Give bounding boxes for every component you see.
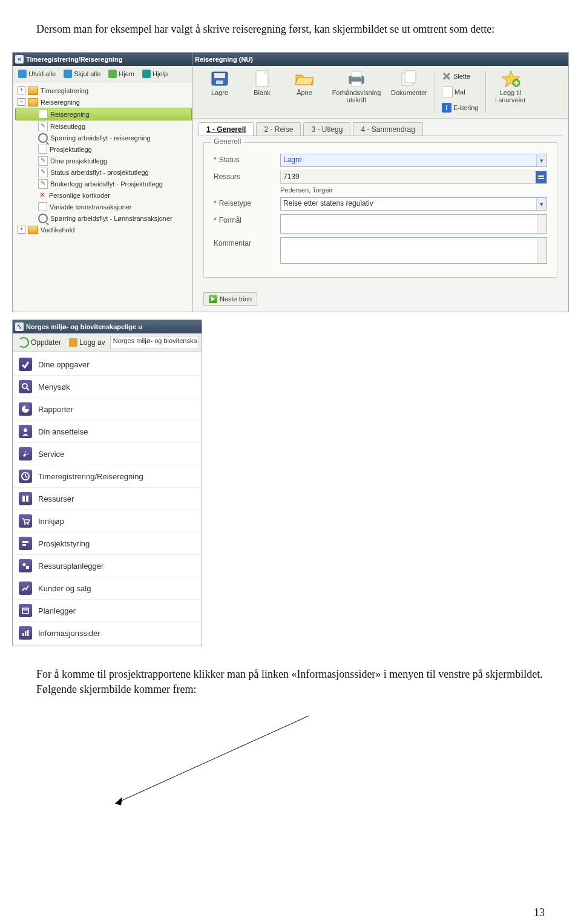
blank-button[interactable]: Blank bbox=[241, 70, 283, 103]
menu-item-prosjektstyring[interactable]: Prosjektstyring bbox=[13, 532, 202, 555]
annotation-arrow bbox=[109, 710, 315, 831]
tree-folder-vedlikehold[interactable]: + Vedlikehold bbox=[15, 224, 192, 235]
nav-collapse-icon[interactable]: « bbox=[15, 55, 24, 64]
menu-item-menysok[interactable]: Menysøk bbox=[13, 376, 202, 398]
svg-rect-31 bbox=[22, 544, 26, 546]
main-menu: Dine oppgaver Menysøk Rapporter Din anse… bbox=[13, 352, 202, 646]
menu-item-ressurser[interactable]: Ressurser bbox=[13, 488, 202, 510]
resource-field[interactable]: 7139 bbox=[280, 171, 547, 184]
nav-tree: + Timeregistrering − Reiseregning Reiser… bbox=[13, 82, 192, 240]
lookup-icon[interactable] bbox=[536, 171, 547, 183]
status-select[interactable]: Lagre ▾ bbox=[280, 154, 547, 167]
menu-label: Ressurser bbox=[38, 494, 74, 503]
save-button[interactable]: Lagre bbox=[199, 70, 241, 103]
toolbar-label: Legg til i snarveier bbox=[495, 89, 526, 103]
tree-folder-timeregistrering[interactable]: + Timeregistrering bbox=[15, 85, 192, 96]
status-value: Lagre bbox=[280, 154, 547, 167]
fieldset-legend: Generell bbox=[211, 137, 243, 146]
refresh-button[interactable]: Oppdater bbox=[15, 335, 64, 350]
menu-label: Planlegger bbox=[38, 606, 76, 615]
delete-button[interactable]: Slette bbox=[439, 70, 482, 83]
tree-item-sporring-reiseregning[interactable]: Spørring arbeidsflyt - reiseregning bbox=[15, 132, 192, 143]
delete-icon bbox=[442, 71, 451, 81]
menu-item-informasjonssider[interactable]: Informasjonssider bbox=[13, 622, 202, 644]
menu-collapse-icon[interactable]: ⤡ bbox=[15, 323, 24, 331]
expand-icon[interactable]: + bbox=[18, 226, 25, 234]
help-icon bbox=[142, 70, 151, 78]
resource-value: 7139 bbox=[280, 171, 547, 184]
menu-item-rapporter[interactable]: Rapporter bbox=[13, 398, 202, 421]
toolbar-label: Dokumenter bbox=[391, 89, 427, 103]
printer-icon bbox=[346, 70, 367, 88]
toolbar-label: Slette bbox=[453, 73, 470, 80]
formal-input[interactable] bbox=[280, 214, 547, 234]
collapse-all-button[interactable]: Skjul alle bbox=[61, 68, 103, 80]
menu-item-kunder-og-salg[interactable]: Kunder og salg bbox=[13, 577, 202, 600]
menu-item-dine-oppgaver[interactable]: Dine oppgaver bbox=[13, 353, 202, 376]
tree-label: Personlige kortkoder bbox=[49, 192, 110, 199]
tree-item-dine-prosjektutlegg[interactable]: Dine prosjektutlegg bbox=[15, 155, 192, 166]
menu-item-innkjop[interactable]: Innkjøp bbox=[13, 510, 202, 532]
tree-folder-reiseregning[interactable]: − Reiseregning bbox=[15, 96, 192, 108]
add-shortcut-button[interactable]: Legg til i snarveier bbox=[490, 70, 532, 103]
tree-item-reiseutlegg[interactable]: Reiseutlegg bbox=[15, 120, 192, 132]
star-add-icon bbox=[500, 70, 522, 88]
tree-item-variable-lonn[interactable]: Variable lønnstransaksjoner bbox=[15, 201, 192, 212]
svg-rect-36 bbox=[22, 633, 24, 636]
template-button[interactable]: Mal bbox=[439, 85, 482, 99]
print-preview-button[interactable]: Forhåndsvisning utskrift bbox=[326, 70, 387, 103]
menu-item-planlegger[interactable]: Planlegger bbox=[13, 600, 202, 622]
expand-all-button[interactable]: Utvid alle bbox=[15, 68, 59, 80]
plus-icon bbox=[18, 70, 27, 78]
tree-item-brukerlogg[interactable]: Brukerlogg arbeidsflyt - Prosjektutlegg bbox=[15, 178, 192, 189]
menu-titlebar: ⤡ Norges miljø- og biovitenskapelige u bbox=[13, 320, 202, 333]
next-step-button[interactable]: Neste trinn bbox=[203, 292, 257, 306]
tree-item-status-arbeidsflyt[interactable]: Status arbeidsflyt - prosjektutlegg bbox=[15, 166, 192, 178]
tab-generell[interactable]: 1 - Generell bbox=[199, 122, 254, 136]
help-button[interactable]: Hjelp bbox=[139, 68, 171, 80]
documents-button[interactable]: Dokumenter bbox=[387, 70, 431, 103]
home-icon bbox=[108, 70, 117, 78]
svg-rect-2 bbox=[216, 80, 223, 84]
menu-label: Service bbox=[38, 450, 64, 459]
form-icon bbox=[38, 202, 47, 211]
tab-utlegg[interactable]: 3 - Utlegg bbox=[303, 122, 350, 136]
scrollbar[interactable] bbox=[537, 215, 547, 233]
org-field[interactable]: Norges miljø- og biovitenska bbox=[110, 336, 199, 349]
toolbar-separator bbox=[485, 71, 486, 113]
tree-label: Vedlikehold bbox=[41, 226, 74, 234]
resource-name: Pedersen, Torgeir bbox=[280, 185, 547, 194]
person-icon bbox=[19, 425, 32, 438]
tree-item-sporring-lonn[interactable]: Spørring arbeidsflyt - Lønnstransaksjone… bbox=[15, 212, 192, 224]
form-icon bbox=[39, 110, 48, 119]
menu-item-service[interactable]: Service bbox=[13, 443, 202, 465]
chevron-down-icon[interactable]: ▾ bbox=[536, 198, 547, 210]
menu-label: Informasjonssider bbox=[38, 629, 100, 638]
tree-item-kortkoder[interactable]: Personlige kortkoder bbox=[15, 189, 192, 201]
scrollbar[interactable] bbox=[537, 238, 547, 263]
documents-icon bbox=[398, 70, 420, 88]
tree-label: Reiseregning bbox=[41, 99, 80, 106]
tab-reise[interactable]: 2 - Reise bbox=[256, 122, 301, 136]
expand-icon[interactable]: + bbox=[18, 87, 25, 94]
tree-label: Dine prosjektutlegg bbox=[50, 157, 107, 165]
svg-rect-27 bbox=[26, 496, 28, 502]
open-button[interactable]: Åpne bbox=[283, 70, 326, 103]
elearning-button[interactable]: i E-læring bbox=[439, 101, 482, 114]
menu-item-ressursplanlegger[interactable]: Ressursplanlegger bbox=[13, 555, 202, 577]
collapse-icon[interactable]: − bbox=[18, 98, 25, 106]
menu-item-timeregistrering[interactable]: Timeregistrering/Reiseregning bbox=[13, 465, 202, 488]
tree-label: Reiseutlegg bbox=[50, 123, 85, 130]
tree-item-prosjektutlegg[interactable]: Prosjektutlegg bbox=[15, 143, 192, 155]
kommentar-input[interactable] bbox=[280, 237, 547, 264]
home-button[interactable]: Hjem bbox=[105, 68, 137, 80]
tab-sammendrag[interactable]: 4 - Sammendrag bbox=[353, 122, 422, 136]
logoff-button[interactable]: Logg av bbox=[66, 336, 108, 349]
reisetype-select[interactable]: Reise etter statens regulativ ▾ bbox=[280, 197, 547, 211]
menu-item-din-ansettelse[interactable]: Din ansettelse bbox=[13, 421, 202, 443]
menu-label: Timeregistrering/Reiseregning bbox=[38, 472, 143, 481]
tree-item-reiseregning[interactable]: Reiseregning bbox=[15, 108, 192, 120]
help-label: Hjelp bbox=[153, 70, 168, 77]
chevron-down-icon[interactable]: ▾ bbox=[536, 154, 547, 166]
menu-label: Ressursplanlegger bbox=[38, 562, 103, 571]
